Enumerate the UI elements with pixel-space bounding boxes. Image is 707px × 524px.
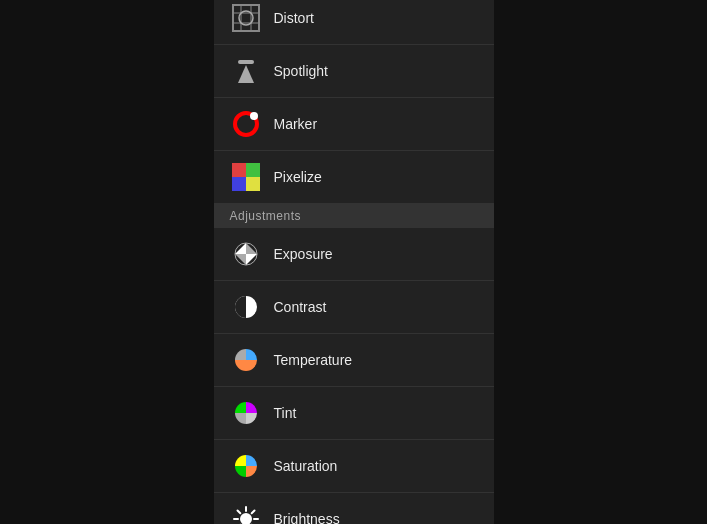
spotlight-icon — [230, 55, 262, 87]
svg-rect-12 — [232, 177, 246, 191]
adjustments-section-header: Adjustments — [214, 204, 494, 228]
adjustment-item-exposure[interactable]: Exposure — [214, 228, 494, 281]
effect-item-spotlight[interactable]: Spotlight — [214, 45, 494, 98]
effect-item-pixelize[interactable]: Pixelize — [214, 151, 494, 204]
svg-rect-10 — [232, 163, 246, 177]
svg-rect-11 — [246, 163, 260, 177]
svg-rect-13 — [246, 177, 260, 191]
adjustment-item-tint[interactable]: Tint — [214, 387, 494, 440]
tint-label: Tint — [274, 405, 297, 421]
brightness-icon — [230, 503, 262, 525]
pixelize-icon — [230, 161, 262, 193]
svg-marker-7 — [238, 65, 254, 83]
svg-rect-0 — [233, 5, 259, 31]
spotlight-label: Spotlight — [274, 63, 328, 79]
add-effect-panel: ✕ Add Effect Distort Spotlight — [214, 0, 494, 524]
adjustment-item-brightness[interactable]: Brightness — [214, 493, 494, 525]
pixelize-label: Pixelize — [274, 169, 322, 185]
temperature-icon — [230, 344, 262, 376]
svg-line-24 — [237, 510, 240, 513]
distort-label: Distort — [274, 10, 314, 26]
temperature-label: Temperature — [274, 352, 353, 368]
exposure-label: Exposure — [274, 246, 333, 262]
tint-icon — [230, 397, 262, 429]
adjustment-item-contrast[interactable]: Contrast — [214, 281, 494, 334]
distort-icon — [230, 2, 262, 34]
svg-line-26 — [251, 510, 254, 513]
svg-point-19 — [240, 513, 252, 525]
marker-label: Marker — [274, 116, 318, 132]
svg-rect-6 — [238, 60, 254, 64]
adjustment-item-temperature[interactable]: Temperature — [214, 334, 494, 387]
contrast-icon — [230, 291, 262, 323]
adjustment-item-saturation[interactable]: Saturation — [214, 440, 494, 493]
svg-point-9 — [250, 112, 258, 120]
brightness-label: Brightness — [274, 511, 340, 525]
saturation-icon — [230, 450, 262, 482]
effect-item-marker[interactable]: Marker — [214, 98, 494, 151]
contrast-label: Contrast — [274, 299, 327, 315]
effect-item-distort[interactable]: Distort — [214, 0, 494, 45]
exposure-icon — [230, 238, 262, 270]
marker-icon — [230, 108, 262, 140]
saturation-label: Saturation — [274, 458, 338, 474]
